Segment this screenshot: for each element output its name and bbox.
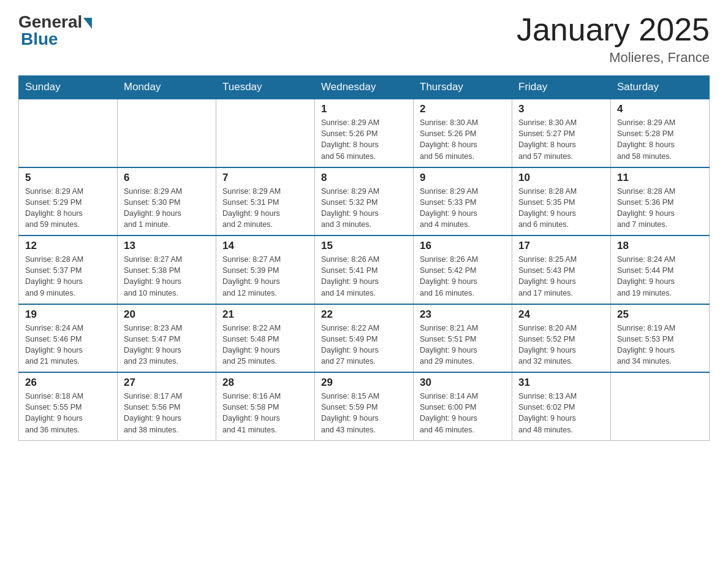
day-info: Sunrise: 8:13 AMSunset: 6:02 PMDaylight:… bbox=[518, 391, 604, 435]
day-info: Sunrise: 8:22 AMSunset: 5:49 PMDaylight:… bbox=[321, 323, 407, 367]
calendar-cell bbox=[19, 99, 118, 167]
day-info: Sunrise: 8:24 AMSunset: 5:46 PMDaylight:… bbox=[25, 323, 111, 367]
calendar-cell: 19Sunrise: 8:24 AMSunset: 5:46 PMDayligh… bbox=[19, 304, 118, 373]
calendar-cell: 16Sunrise: 8:26 AMSunset: 5:42 PMDayligh… bbox=[414, 236, 512, 304]
day-info: Sunrise: 8:28 AMSunset: 5:36 PMDaylight:… bbox=[617, 186, 703, 231]
day-number: 19 bbox=[25, 308, 111, 321]
calendar-subtitle: Molieres, France bbox=[517, 50, 710, 66]
calendar-cell: 27Sunrise: 8:17 AMSunset: 5:56 PMDayligh… bbox=[118, 372, 216, 440]
calendar-cell: 17Sunrise: 8:25 AMSunset: 5:43 PMDayligh… bbox=[512, 236, 611, 304]
week-row-2: 5Sunrise: 8:29 AMSunset: 5:29 PMDaylight… bbox=[19, 167, 710, 236]
calendar-cell: 29Sunrise: 8:15 AMSunset: 5:59 PMDayligh… bbox=[315, 372, 414, 440]
calendar-cell: 22Sunrise: 8:22 AMSunset: 5:49 PMDayligh… bbox=[315, 304, 414, 373]
day-info: Sunrise: 8:28 AMSunset: 5:37 PMDaylight:… bbox=[25, 254, 111, 299]
calendar-cell: 13Sunrise: 8:27 AMSunset: 5:38 PMDayligh… bbox=[118, 236, 216, 304]
day-number: 26 bbox=[25, 377, 111, 389]
day-info: Sunrise: 8:22 AMSunset: 5:48 PMDaylight:… bbox=[222, 323, 308, 367]
day-number: 31 bbox=[518, 377, 604, 389]
day-info: Sunrise: 8:23 AMSunset: 5:47 PMDaylight:… bbox=[124, 323, 210, 367]
day-info: Sunrise: 8:26 AMSunset: 5:42 PMDaylight:… bbox=[420, 254, 506, 299]
calendar-cell: 28Sunrise: 8:16 AMSunset: 5:58 PMDayligh… bbox=[216, 372, 315, 440]
day-number: 28 bbox=[222, 377, 308, 389]
calendar-cell: 2Sunrise: 8:30 AMSunset: 5:26 PMDaylight… bbox=[414, 99, 512, 167]
day-number: 9 bbox=[420, 172, 506, 184]
day-number: 16 bbox=[420, 240, 506, 252]
day-number: 1 bbox=[321, 103, 407, 115]
day-info: Sunrise: 8:29 AMSunset: 5:32 PMDaylight:… bbox=[321, 186, 407, 231]
day-info: Sunrise: 8:18 AMSunset: 5:55 PMDaylight:… bbox=[25, 391, 111, 435]
day-info: Sunrise: 8:30 AMSunset: 5:26 PMDaylight:… bbox=[420, 117, 506, 162]
calendar-cell: 23Sunrise: 8:21 AMSunset: 5:51 PMDayligh… bbox=[414, 304, 512, 373]
logo-arrow-icon bbox=[83, 18, 92, 29]
day-info: Sunrise: 8:25 AMSunset: 5:43 PMDaylight:… bbox=[518, 254, 604, 299]
day-number: 7 bbox=[222, 172, 308, 184]
day-number: 23 bbox=[420, 308, 506, 321]
weekday-header-saturday: Saturday bbox=[611, 76, 710, 99]
calendar-title: January 2025 bbox=[517, 12, 710, 47]
calendar-cell: 31Sunrise: 8:13 AMSunset: 6:02 PMDayligh… bbox=[512, 372, 611, 440]
day-number: 2 bbox=[420, 103, 506, 115]
day-info: Sunrise: 8:26 AMSunset: 5:41 PMDaylight:… bbox=[321, 254, 407, 299]
logo: General Blue bbox=[18, 12, 92, 49]
calendar-cell: 6Sunrise: 8:29 AMSunset: 5:30 PMDaylight… bbox=[118, 167, 216, 236]
week-row-3: 12Sunrise: 8:28 AMSunset: 5:37 PMDayligh… bbox=[19, 236, 710, 304]
day-info: Sunrise: 8:29 AMSunset: 5:26 PMDaylight:… bbox=[321, 117, 407, 162]
day-number: 4 bbox=[617, 103, 703, 115]
day-number: 11 bbox=[617, 172, 703, 184]
title-section: January 2025 Molieres, France bbox=[517, 12, 710, 66]
day-number: 17 bbox=[518, 240, 604, 252]
calendar-cell: 18Sunrise: 8:24 AMSunset: 5:44 PMDayligh… bbox=[611, 236, 710, 304]
day-number: 15 bbox=[321, 240, 407, 252]
calendar-cell: 12Sunrise: 8:28 AMSunset: 5:37 PMDayligh… bbox=[19, 236, 118, 304]
day-number: 13 bbox=[124, 240, 210, 252]
day-number: 12 bbox=[25, 240, 111, 252]
day-number: 8 bbox=[321, 172, 407, 184]
day-info: Sunrise: 8:29 AMSunset: 5:33 PMDaylight:… bbox=[420, 186, 506, 231]
day-number: 27 bbox=[124, 377, 210, 389]
calendar-cell: 8Sunrise: 8:29 AMSunset: 5:32 PMDaylight… bbox=[315, 167, 414, 236]
calendar-cell: 10Sunrise: 8:28 AMSunset: 5:35 PMDayligh… bbox=[512, 167, 611, 236]
day-info: Sunrise: 8:27 AMSunset: 5:39 PMDaylight:… bbox=[222, 254, 308, 299]
day-number: 3 bbox=[518, 103, 604, 115]
calendar-cell: 15Sunrise: 8:26 AMSunset: 5:41 PMDayligh… bbox=[315, 236, 414, 304]
weekday-header-monday: Monday bbox=[118, 76, 216, 99]
weekday-header-sunday: Sunday bbox=[19, 76, 118, 99]
day-number: 10 bbox=[518, 172, 604, 184]
day-number: 22 bbox=[321, 308, 407, 321]
logo-blue-text: Blue bbox=[21, 29, 58, 49]
day-info: Sunrise: 8:14 AMSunset: 6:00 PMDaylight:… bbox=[420, 391, 506, 435]
weekday-header-wednesday: Wednesday bbox=[315, 76, 414, 99]
calendar-cell: 1Sunrise: 8:29 AMSunset: 5:26 PMDaylight… bbox=[315, 99, 414, 167]
weekday-header-friday: Friday bbox=[512, 76, 611, 99]
day-number: 30 bbox=[420, 377, 506, 389]
day-info: Sunrise: 8:30 AMSunset: 5:27 PMDaylight:… bbox=[518, 117, 604, 162]
day-info: Sunrise: 8:29 AMSunset: 5:30 PMDaylight:… bbox=[124, 186, 210, 231]
day-info: Sunrise: 8:21 AMSunset: 5:51 PMDaylight:… bbox=[420, 323, 506, 367]
day-number: 5 bbox=[25, 172, 111, 184]
calendar-table: SundayMondayTuesdayWednesdayThursdayFrid… bbox=[18, 75, 710, 441]
calendar-cell: 26Sunrise: 8:18 AMSunset: 5:55 PMDayligh… bbox=[19, 372, 118, 440]
calendar-cell: 25Sunrise: 8:19 AMSunset: 5:53 PMDayligh… bbox=[611, 304, 710, 373]
day-number: 29 bbox=[321, 377, 407, 389]
day-number: 24 bbox=[518, 308, 604, 321]
calendar-cell bbox=[611, 372, 710, 440]
weekday-header-thursday: Thursday bbox=[414, 76, 512, 99]
day-number: 21 bbox=[222, 308, 308, 321]
calendar-cell: 3Sunrise: 8:30 AMSunset: 5:27 PMDaylight… bbox=[512, 99, 611, 167]
weekday-header-tuesday: Tuesday bbox=[216, 76, 315, 99]
day-info: Sunrise: 8:29 AMSunset: 5:28 PMDaylight:… bbox=[617, 117, 703, 162]
calendar-cell: 21Sunrise: 8:22 AMSunset: 5:48 PMDayligh… bbox=[216, 304, 315, 373]
day-info: Sunrise: 8:20 AMSunset: 5:52 PMDaylight:… bbox=[518, 323, 604, 367]
page-header: General Blue January 2025 Molieres, Fran… bbox=[18, 12, 710, 66]
weekday-header-row: SundayMondayTuesdayWednesdayThursdayFrid… bbox=[19, 76, 710, 99]
day-number: 14 bbox=[222, 240, 308, 252]
week-row-5: 26Sunrise: 8:18 AMSunset: 5:55 PMDayligh… bbox=[19, 372, 710, 440]
calendar-cell: 24Sunrise: 8:20 AMSunset: 5:52 PMDayligh… bbox=[512, 304, 611, 373]
day-number: 25 bbox=[617, 308, 703, 321]
day-info: Sunrise: 8:24 AMSunset: 5:44 PMDaylight:… bbox=[617, 254, 703, 299]
calendar-cell bbox=[216, 99, 315, 167]
week-row-1: 1Sunrise: 8:29 AMSunset: 5:26 PMDaylight… bbox=[19, 99, 710, 167]
calendar-cell bbox=[118, 99, 216, 167]
day-number: 6 bbox=[124, 172, 210, 184]
day-number: 18 bbox=[617, 240, 703, 252]
